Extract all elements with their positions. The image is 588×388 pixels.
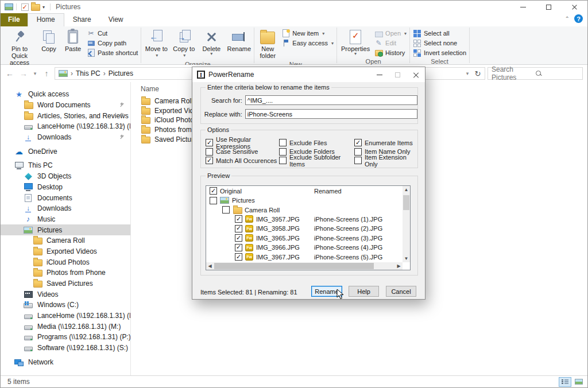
option-exclude-subfolder-items[interactable]: Exclude Subfolder Items — [279, 156, 354, 165]
paste-button[interactable]: Paste — [61, 28, 84, 53]
tab-file[interactable]: File — [1, 13, 28, 26]
sidebar-item-word-documents[interactable]: Word Documents — [1, 100, 130, 111]
move-to-button[interactable]: Move to — [143, 28, 169, 60]
forward-button[interactable]: → — [18, 69, 29, 78]
preview-row-img-3966-jpg[interactable]: IMG_3966.JPGiPhone-Screens (4).JPG — [206, 243, 403, 252]
qat-new-folder-button[interactable] — [30, 2, 40, 12]
sidebar-item-programs-192-168-1-31-p[interactable]: Programs (\\192.168.1.31) (P:) — [1, 332, 130, 343]
sidebar-item-pictures[interactable]: Pictures — [1, 224, 130, 235]
pin-to-quick-access-button[interactable]: Pin to Quick access — [3, 28, 36, 67]
tab-share[interactable]: Share — [64, 13, 100, 26]
preview-row-pictures[interactable]: Pictures — [206, 196, 403, 205]
preview-row-img-3967-jpg[interactable]: IMG_3967.JPGiPhone-Screens (5).JPG — [206, 252, 403, 261]
scroll-up-icon[interactable]: ▲ — [403, 186, 410, 193]
copy-button[interactable]: Copy — [37, 28, 60, 53]
option-use-regular-expressions[interactable]: Use Regular Expressions — [206, 138, 279, 148]
folder-icon — [141, 116, 150, 124]
select-all-checkbox[interactable] — [210, 187, 217, 195]
sidebar-item-camera-roll[interactable]: Camera Roll — [1, 235, 130, 246]
sidebar-item-lancehome-192-168-1-31-l[interactable]: LanceHome (\\192.168.1.31) (L:) — [1, 121, 130, 132]
sidebar-item-windows-c[interactable]: Windows (C:) — [1, 300, 130, 311]
sidebar-item-lancehome-192-168-1-31-l[interactable]: LanceHome (\\192.168.1.31) (L:) — [1, 311, 130, 321]
help-icon[interactable]: ? — [574, 14, 583, 23]
preview-row-img-3965-jpg[interactable]: IMG_3965.JPGiPhone-Screens (3).JPG — [206, 234, 403, 243]
replace-with-input[interactable] — [245, 109, 417, 119]
option-match-all-occurences[interactable]: Match All Occurences — [206, 156, 279, 165]
address-dropdown-icon[interactable]: ▾ — [464, 71, 471, 76]
preview-row-camera-roll[interactable]: Camera Roll — [206, 205, 403, 214]
search-input[interactable]: Search Pictures — [488, 67, 583, 80]
paste-shortcut-button[interactable]: Paste shortcut — [86, 48, 139, 57]
edit-button[interactable]: Edit — [373, 38, 408, 48]
sidebar-item-software-192-168-1-31-s[interactable]: Software (\\192.168.1.31) (S:) — [1, 343, 130, 354]
dialog-close-icon[interactable] — [413, 72, 419, 78]
sidebar-item-articles-stories-and-reviews[interactable]: Articles, Stories, and Reviews — [1, 110, 130, 121]
option-item-extension-only[interactable]: Item Extension Only — [354, 156, 417, 165]
close-button[interactable] — [562, 1, 587, 13]
dialog-maximize-icon[interactable] — [395, 72, 400, 77]
delete-button[interactable]: Delete ▾ — [198, 28, 225, 57]
sidebar-item-exported-videos[interactable]: Exported Videos — [1, 246, 130, 257]
sidebar-item-downloads[interactable]: Downloads — [1, 203, 130, 214]
sidebar-item-quick-access[interactable]: Quick access — [1, 89, 130, 100]
horizontal-scrollbar[interactable]: ◀ ▶ — [206, 262, 403, 270]
sidebar-item-downloads[interactable]: Downloads — [1, 132, 130, 143]
copy-path-button[interactable]: Copy path — [86, 38, 139, 48]
dialog-minimize-icon[interactable] — [377, 75, 382, 75]
properties-button[interactable]: Properties ▾ — [339, 28, 372, 57]
sidebar-item-photos-from-phone[interactable]: Photos from Phone — [1, 267, 130, 278]
sidebar-item-videos[interactable]: Videos — [1, 289, 130, 300]
back-button[interactable]: ← — [4, 69, 16, 78]
open-button[interactable]: Open — [373, 29, 408, 38]
recent-locations-icon[interactable]: ▾ — [32, 71, 38, 76]
sidebar-item-this-pc[interactable]: This PC — [1, 160, 130, 171]
cancel-button[interactable]: Cancel — [386, 286, 416, 297]
sidebar-item-icloud-photos[interactable]: iCloud Photos — [1, 257, 130, 267]
large-icons-view-button[interactable] — [572, 377, 585, 387]
option-enumerate-items[interactable]: Enumerate Items — [354, 138, 417, 148]
preview-row-img-3958-jpg[interactable]: IMG_3958.JPGiPhone-Screens (2).JPG — [206, 224, 403, 233]
qat-properties-button[interactable] — [20, 2, 30, 12]
sidebar-item-desktop[interactable]: Desktop — [1, 182, 130, 193]
details-view-button[interactable] — [559, 377, 571, 387]
vertical-scrollbar[interactable]: ▲ ▼ — [403, 186, 410, 262]
minimize-button[interactable] — [510, 1, 536, 13]
scroll-down-icon[interactable]: ▼ — [403, 255, 410, 262]
breadcrumb-this-pc[interactable]: This PC — [76, 69, 100, 77]
select-all-button[interactable]: Select all — [412, 29, 467, 38]
scroll-right-icon[interactable]: ▶ — [395, 262, 403, 270]
tab-home[interactable]: Home — [28, 13, 64, 26]
search-icon[interactable] — [535, 70, 579, 77]
sidebar-item-3d-objects[interactable]: 3D Objects — [1, 171, 130, 182]
select-none-button[interactable]: Select none — [412, 38, 467, 48]
breadcrumb-pictures[interactable]: Pictures — [109, 69, 133, 77]
cut-button[interactable]: Cut — [86, 29, 139, 38]
horizontal-scroll-thumb[interactable] — [214, 263, 374, 269]
sidebar-item-onedrive[interactable]: OneDrive — [1, 146, 130, 157]
qat-customize-button[interactable]: ▾ — [40, 2, 47, 12]
up-button[interactable]: ↑ — [41, 69, 52, 78]
search-for-input[interactable] — [245, 95, 417, 105]
easy-access-button[interactable]: Easy access — [280, 38, 335, 48]
scroll-left-icon[interactable]: ◀ — [206, 262, 214, 270]
invert-selection-button[interactable]: Invert selection — [412, 48, 467, 57]
preview-row-img-3957-jpg[interactable]: IMG_3957.JPGiPhone-Screens (1).JPG — [206, 215, 403, 224]
copy-to-button[interactable]: Copy to — [171, 28, 197, 60]
option-exclude-files[interactable]: Exclude Files — [279, 138, 354, 148]
vertical-scroll-thumb[interactable] — [403, 195, 409, 210]
sidebar-item-music[interactable]: Music — [1, 214, 130, 225]
refresh-icon[interactable]: ↻ — [472, 69, 483, 78]
new-folder-button[interactable]: New folder — [256, 28, 279, 60]
option-case-sensitive[interactable]: Case Sensitive — [206, 148, 279, 157]
new-item-button[interactable]: New item — [280, 29, 335, 38]
collapse-ribbon-icon[interactable]: ⌃ — [565, 15, 570, 22]
history-button[interactable]: History — [373, 48, 408, 57]
sidebar-item-documents[interactable]: Documents — [1, 192, 130, 203]
rename-button[interactable]: Rename — [226, 28, 252, 53]
help-button[interactable]: Help — [349, 286, 379, 297]
sidebar-item-media-192-168-1-31-m[interactable]: Media (\\192.168.1.31) (M:) — [1, 321, 130, 332]
sidebar-item-network[interactable]: Network — [1, 357, 130, 368]
tab-view[interactable]: View — [100, 13, 132, 26]
sidebar-item-saved-pictures[interactable]: Saved Pictures — [1, 278, 130, 289]
maximize-button[interactable] — [536, 1, 562, 13]
